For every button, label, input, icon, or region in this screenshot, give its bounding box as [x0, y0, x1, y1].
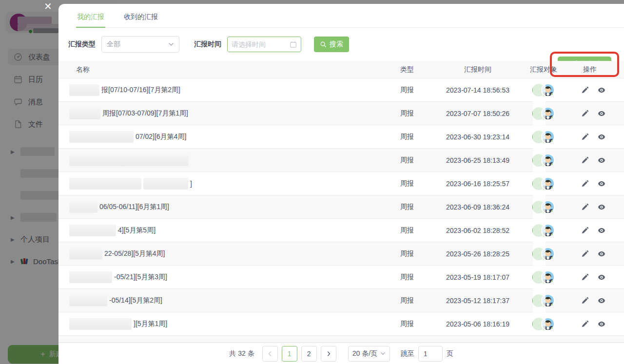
table-row[interactable]: 报[07/10-07/16][7月第2周] 周报 2023-07-14 18:5…	[58, 78, 624, 102]
report-name-cell: 07/02][6月第4周]	[58, 131, 370, 143]
table-row[interactable]: 07/02][6月第4周] 周报 2023-06-30 19:23:14	[58, 125, 624, 149]
edit-icon[interactable]	[581, 110, 589, 117]
next-page-button[interactable]	[321, 346, 336, 362]
report-name-text: 报[07/10-07/16][7月第2周]	[101, 86, 180, 95]
view-icon[interactable]	[598, 203, 605, 211]
report-time-cell: 2023-06-02 18:28:52	[444, 227, 512, 234]
edit-icon[interactable]	[581, 180, 589, 188]
avatar-group	[532, 317, 555, 331]
table-row[interactable]: ] 周报 2023-06-16 18:25:57	[58, 172, 624, 195]
report-type-cell: 周报	[370, 226, 444, 235]
tab-received-reports[interactable]: 收到的汇报	[123, 4, 159, 28]
edit-icon[interactable]	[581, 320, 589, 328]
table-row[interactable]: 22-05/28][5月第4周] 周报 2023-05-26 18:28:25	[58, 242, 624, 266]
report-time-cell: 2023-05-06 18:16:19	[444, 320, 512, 328]
close-icon[interactable]: ✕	[44, 1, 52, 11]
report-name-cell: 报[07/10-07/16][7月第2周]	[58, 84, 370, 96]
edit-icon[interactable]	[581, 133, 589, 141]
report-name-text: ][5月第1周]	[134, 320, 167, 328]
view-icon[interactable]	[598, 86, 605, 94]
view-icon[interactable]	[598, 273, 605, 281]
avatar	[541, 247, 555, 261]
avatar	[541, 177, 555, 191]
report-type-cell: 周报	[370, 296, 444, 305]
avatar	[541, 317, 555, 331]
edit-icon[interactable]	[581, 227, 589, 234]
online-status-dot	[551, 304, 554, 307]
online-status-dot	[551, 210, 554, 213]
report-type-select[interactable]: 全部	[101, 36, 179, 53]
header-type: 类型	[370, 65, 444, 74]
header-time: 汇报时间	[444, 65, 512, 74]
redaction-block	[69, 178, 141, 190]
view-icon[interactable]	[598, 133, 605, 141]
report-time-datepicker[interactable]	[227, 37, 301, 52]
avatar	[541, 107, 555, 120]
table-row[interactable]: ][5月第1周] 周报 2023-05-06 18:16:19	[58, 312, 624, 336]
report-type-value: 全部	[107, 40, 120, 49]
report-type-cell: 周报	[370, 320, 444, 328]
edit-icon[interactable]	[581, 156, 589, 164]
edit-icon[interactable]	[581, 297, 589, 305]
report-time-cell: 2023-06-25 18:13:49	[444, 156, 512, 164]
report-name-text: 周报[07/03-07/09][7月第1周]	[102, 109, 188, 118]
table-row[interactable]: -05/14][5月第2周] 周报 2023-05-12 18:17:37	[58, 289, 624, 312]
tab-my-reports[interactable]: 我的汇报	[76, 4, 105, 28]
edit-icon[interactable]	[581, 86, 589, 94]
edit-icon[interactable]	[581, 203, 589, 211]
report-target-cell	[512, 153, 575, 167]
report-type-cell: 周报	[370, 203, 444, 211]
report-name-text: -05/21][5月第3周]	[114, 273, 167, 282]
redaction-block	[69, 108, 100, 119]
page-button-1[interactable]: 1	[282, 346, 297, 362]
report-name-cell: 周报[07/03-07/09][7月第1周]	[58, 108, 370, 119]
page-button-2[interactable]: 2	[301, 346, 317, 362]
avatar	[541, 224, 555, 237]
view-icon[interactable]	[598, 250, 605, 258]
table-row[interactable]: 周报[07/03-07/09][7月第1周] 周报 2023-07-07 18:…	[58, 102, 624, 125]
report-type-cell: 周报	[370, 133, 444, 141]
report-time-cell: 2023-05-19 18:17:07	[444, 273, 512, 281]
report-target-cell	[512, 83, 575, 97]
avatar-group	[532, 177, 555, 191]
jump-to-input[interactable]	[418, 346, 443, 362]
view-icon[interactable]	[598, 297, 605, 305]
report-target-cell	[512, 317, 575, 331]
avatar	[541, 130, 555, 144]
report-target-cell	[512, 224, 575, 237]
report-target-cell	[512, 247, 575, 261]
report-time-cell: 2023-06-16 18:25:57	[444, 180, 512, 188]
report-time-input[interactable]	[232, 40, 290, 48]
view-icon[interactable]	[598, 156, 605, 164]
chevron-down-icon	[380, 351, 386, 356]
header-target: 汇报对象	[512, 65, 575, 74]
total-count: 共 32 条	[229, 349, 254, 358]
edit-icon[interactable]	[581, 273, 589, 281]
table-row[interactable]: -05/21][5月第3周] 周报 2023-05-19 18:17:07	[58, 266, 624, 289]
table-row[interactable]: 4][5月第5周] 周报 2023-06-02 18:28:52	[58, 219, 624, 242]
report-name-text: 07/02][6月第4周]	[136, 133, 186, 141]
view-icon[interactable]	[598, 180, 605, 188]
report-name-cell: -05/14][5月第2周]	[58, 295, 370, 307]
report-name-cell: ]	[58, 178, 370, 190]
edit-icon[interactable]	[581, 250, 589, 258]
report-name-cell: ][5月第1周]	[58, 318, 370, 330]
view-icon[interactable]	[598, 227, 605, 234]
table-row[interactable]: 周报 2023-06-25 18:13:49	[58, 149, 624, 172]
table-row[interactable]: 06/05-06/11][6月第1周] 周报 2023-06-09 18:36:…	[58, 195, 624, 219]
redaction-block	[69, 154, 189, 166]
report-target-cell	[512, 270, 575, 284]
table-row-partial	[58, 336, 624, 343]
view-icon[interactable]	[598, 110, 605, 117]
report-type-cell: 周报	[370, 249, 444, 258]
search-button[interactable]: 搜索	[314, 37, 349, 52]
report-target-cell	[512, 200, 575, 214]
prev-page-button[interactable]	[262, 346, 278, 362]
report-name-cell	[58, 154, 370, 166]
page-size-value: 20 条/页	[352, 349, 377, 358]
online-status-dot	[551, 280, 554, 284]
redaction-block	[143, 178, 188, 190]
page-size-select[interactable]: 20 条/页	[348, 346, 390, 362]
view-icon[interactable]	[598, 320, 605, 328]
report-type-cell: 周报	[370, 109, 444, 118]
